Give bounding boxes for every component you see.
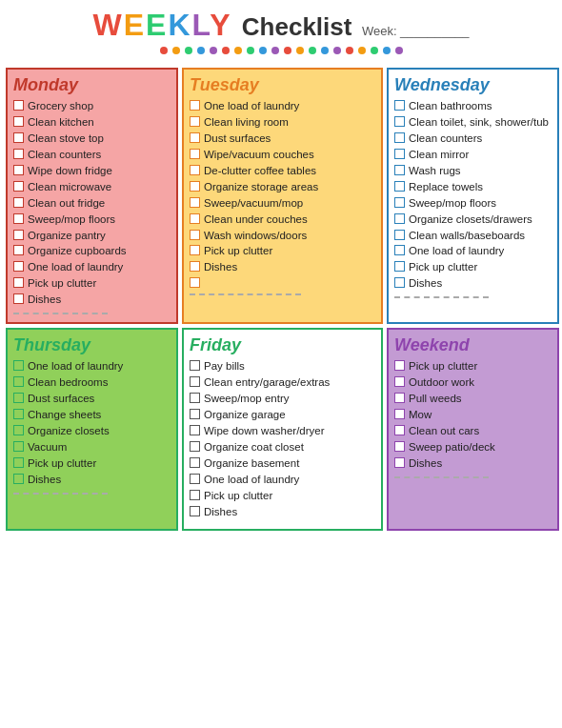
- list-item[interactable]: One load of laundry: [13, 359, 171, 374]
- checkbox[interactable]: [190, 261, 200, 272]
- checkbox[interactable]: [190, 490, 200, 500]
- checkbox[interactable]: [394, 393, 405, 403]
- checkbox[interactable]: [190, 441, 200, 452]
- checkbox[interactable]: [13, 277, 24, 288]
- checkbox[interactable]: [190, 213, 200, 224]
- checkbox[interactable]: [190, 230, 200, 240]
- list-item[interactable]: Clean mirror: [394, 148, 552, 162]
- checkbox[interactable]: [394, 457, 405, 468]
- checkbox[interactable]: [394, 277, 405, 288]
- checkbox[interactable]: [13, 425, 24, 435]
- list-item[interactable]: One load of laundry: [190, 99, 375, 113]
- checkbox[interactable]: [13, 100, 24, 111]
- list-item[interactable]: Organize closets/drawers: [394, 212, 552, 227]
- list-item[interactable]: Pick up clutter: [190, 244, 375, 258]
- list-item[interactable]: Wash windows/doors: [190, 229, 375, 243]
- checkbox[interactable]: [190, 197, 200, 208]
- list-item[interactable]: Organize garage: [190, 408, 375, 422]
- list-item[interactable]: Sweep/mop entry: [190, 392, 375, 406]
- list-item[interactable]: One load of laundry: [13, 260, 171, 274]
- list-item[interactable]: Dishes: [13, 293, 171, 307]
- list-item[interactable]: Clean stove top: [13, 131, 171, 146]
- list-item[interactable]: Pick up clutter: [394, 359, 552, 374]
- list-item[interactable]: Clean kitchen: [13, 115, 171, 130]
- checkbox[interactable]: [190, 474, 200, 484]
- list-item[interactable]: Organize coat closet: [190, 440, 375, 455]
- list-item[interactable]: Change sheets: [13, 408, 171, 422]
- checkbox[interactable]: [190, 116, 200, 127]
- checkbox[interactable]: [190, 506, 200, 516]
- checkbox[interactable]: [394, 197, 405, 208]
- list-item[interactable]: Dust surfaces: [13, 392, 171, 406]
- checkbox[interactable]: [13, 165, 24, 175]
- checkbox[interactable]: [190, 181, 200, 192]
- list-item[interactable]: Clean entry/garage/extras: [190, 375, 375, 390]
- checkbox[interactable]: [13, 132, 24, 143]
- checkbox[interactable]: [394, 165, 405, 175]
- list-item[interactable]: Sweep/vacuum/mop: [190, 196, 375, 211]
- checkbox[interactable]: [190, 149, 200, 159]
- list-item[interactable]: Pick up clutter: [190, 489, 375, 503]
- list-item[interactable]: Organize basement: [190, 456, 375, 471]
- checkbox[interactable]: [394, 100, 405, 111]
- list-item[interactable]: Organize pantry: [13, 229, 171, 243]
- list-item[interactable]: Dishes: [190, 505, 375, 519]
- list-item[interactable]: Clean walls/baseboards: [394, 229, 552, 243]
- list-item[interactable]: Pick up clutter: [394, 260, 552, 274]
- checkbox[interactable]: [394, 132, 405, 143]
- list-item[interactable]: Vacuum: [13, 440, 171, 455]
- checkbox[interactable]: [394, 116, 405, 127]
- checkbox[interactable]: [190, 245, 200, 255]
- checkbox[interactable]: [394, 360, 405, 371]
- list-item[interactable]: Clean under couches: [190, 212, 375, 227]
- checkbox[interactable]: [13, 181, 24, 192]
- checkbox[interactable]: [394, 213, 405, 224]
- checkbox[interactable]: [394, 245, 405, 255]
- checkbox[interactable]: [190, 409, 200, 419]
- list-item[interactable]: Clean bedrooms: [13, 375, 171, 390]
- list-item[interactable]: Clean living room: [190, 115, 375, 130]
- checkbox[interactable]: [394, 230, 405, 240]
- checkbox[interactable]: [13, 197, 24, 208]
- checkbox[interactable]: [190, 457, 200, 468]
- checkbox[interactable]: [394, 261, 405, 272]
- checkbox[interactable]: [190, 393, 200, 403]
- checkbox[interactable]: [190, 100, 200, 111]
- list-item[interactable]: Sweep patio/deck: [394, 440, 552, 455]
- checkbox[interactable]: [394, 376, 405, 387]
- checkbox[interactable]: [190, 376, 200, 387]
- list-item[interactable]: Wipe/vacuum couches: [190, 148, 375, 162]
- list-item[interactable]: Wipe down washer/dryer: [190, 424, 375, 438]
- list-item[interactable]: Clean microwave: [13, 180, 171, 194]
- list-item[interactable]: Pick up clutter: [13, 456, 171, 471]
- list-item[interactable]: Sweep/mop floors: [394, 196, 552, 211]
- checkbox[interactable]: [13, 457, 24, 468]
- list-item[interactable]: Clean bathrooms: [394, 99, 552, 113]
- checkbox[interactable]: [13, 149, 24, 159]
- checkbox[interactable]: [13, 393, 24, 403]
- checkbox[interactable]: [13, 441, 24, 452]
- checkbox[interactable]: [13, 116, 24, 127]
- checkbox[interactable]: [394, 181, 405, 192]
- checkbox[interactable]: [190, 132, 200, 143]
- list-item[interactable]: Wipe down fridge: [13, 164, 171, 178]
- list-item[interactable]: Organize cupboards: [13, 244, 171, 258]
- list-item[interactable]: One load of laundry: [394, 244, 552, 258]
- checkbox[interactable]: [190, 165, 200, 175]
- list-item[interactable]: Pull weeds: [394, 392, 552, 406]
- checkbox[interactable]: [394, 441, 405, 452]
- list-item[interactable]: Mow: [394, 408, 552, 422]
- list-item[interactable]: [190, 276, 375, 288]
- list-item[interactable]: Grocery shop: [13, 99, 171, 113]
- list-item[interactable]: Wash rugs: [394, 164, 552, 178]
- checkbox[interactable]: [13, 261, 24, 272]
- list-item[interactable]: Dishes: [190, 260, 375, 274]
- list-item[interactable]: Clean counters: [13, 148, 171, 162]
- list-item[interactable]: Sweep/mop floors: [13, 212, 171, 227]
- list-item[interactable]: Dishes: [13, 473, 171, 487]
- checkbox[interactable]: [13, 213, 24, 224]
- list-item[interactable]: Organize storage areas: [190, 180, 375, 194]
- list-item[interactable]: Dishes: [394, 456, 552, 471]
- checkbox[interactable]: [394, 149, 405, 159]
- list-item[interactable]: Pick up clutter: [13, 276, 171, 291]
